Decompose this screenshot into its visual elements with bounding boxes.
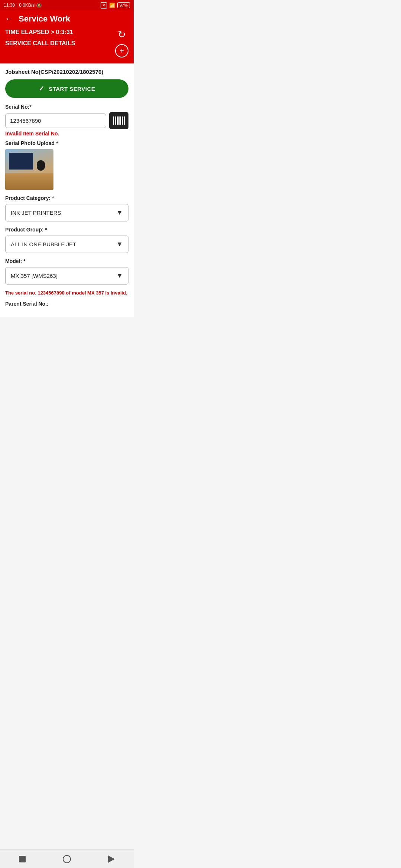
battery-display: 97% bbox=[117, 2, 130, 8]
serial-photo-preview[interactable] bbox=[5, 149, 53, 190]
model-error-message: The serial no. 1234567890 of model MX 35… bbox=[5, 290, 128, 296]
serial-no-label: Serial No:* bbox=[5, 104, 128, 110]
refresh-icon[interactable]: ↻ bbox=[118, 29, 126, 40]
model-label: Model: * bbox=[5, 258, 128, 264]
service-call-details: SERVICE CALL DETAILS bbox=[5, 40, 115, 47]
product-category-dropdown[interactable]: INK JET PRINTERS ▼ bbox=[5, 204, 128, 221]
plus-icon: + bbox=[120, 47, 124, 55]
product-category-label: Product Category: * bbox=[5, 195, 128, 201]
laptop-decoration bbox=[9, 153, 33, 170]
time-elapsed: TIME ELAPSED > 0:3:31 bbox=[5, 29, 115, 36]
mouse-decoration bbox=[37, 160, 45, 171]
chevron-down-icon-2: ▼ bbox=[116, 240, 123, 248]
serial-no-input[interactable] bbox=[5, 114, 106, 128]
app-header: ← Service Work TIME ELAPSED > 0:3:31 SER… bbox=[0, 10, 134, 63]
photo-upload-label: Serial Photo Upload * bbox=[5, 140, 128, 146]
barcode-scan-button[interactable] bbox=[109, 112, 128, 129]
mute-icon: 🔕 bbox=[36, 3, 42, 8]
status-left: 11:30 | 0.0KB/s 🔕 bbox=[4, 3, 42, 8]
network-speed: 0.0KB/s bbox=[19, 3, 35, 8]
barcode-icon bbox=[113, 116, 125, 125]
jobsheet-number: Jobsheet No(CSP/20210202/1802576) bbox=[5, 69, 128, 75]
time-display: 11:30 bbox=[4, 3, 15, 8]
main-content: Jobsheet No(CSP/20210202/1802576) ✓ STAR… bbox=[0, 63, 134, 317]
page-title: Service Work bbox=[19, 14, 70, 24]
product-group-value: ALL IN ONE BUBBLE JET bbox=[11, 241, 76, 247]
desk-surface-decoration bbox=[5, 173, 53, 190]
product-group-label: Product Group: * bbox=[5, 227, 128, 233]
separator: | bbox=[16, 3, 17, 8]
header-actions: ↻ + bbox=[115, 29, 128, 57]
back-button[interactable]: ← bbox=[5, 14, 13, 24]
model-dropdown[interactable]: MX 357 [WMS263] ▼ bbox=[5, 267, 128, 285]
check-icon: ✓ bbox=[39, 85, 45, 93]
serial-no-row bbox=[5, 112, 128, 129]
wifi-icon: 📶 bbox=[109, 3, 115, 8]
start-service-label: START SERVICE bbox=[49, 86, 95, 92]
product-group-dropdown[interactable]: ALL IN ONE BUBBLE JET ▼ bbox=[5, 236, 128, 253]
parent-serial-no-label: Parent Serial No.: bbox=[5, 301, 128, 307]
model-value: MX 357 [WMS263] bbox=[11, 273, 58, 279]
product-category-value: INK JET PRINTERS bbox=[11, 210, 61, 216]
chevron-down-icon-3: ▼ bbox=[116, 272, 123, 280]
serial-error-message: Invalid Item Serial No. bbox=[5, 131, 128, 137]
close-icon: ✕ bbox=[101, 2, 107, 9]
start-service-button[interactable]: ✓ START SERVICE bbox=[5, 79, 128, 98]
chevron-down-icon: ▼ bbox=[116, 209, 123, 217]
status-right: ✕ 📶 97% bbox=[101, 2, 130, 9]
add-button[interactable]: + bbox=[115, 44, 128, 57]
status-bar: 11:30 | 0.0KB/s 🔕 ✕ 📶 97% bbox=[0, 0, 134, 10]
